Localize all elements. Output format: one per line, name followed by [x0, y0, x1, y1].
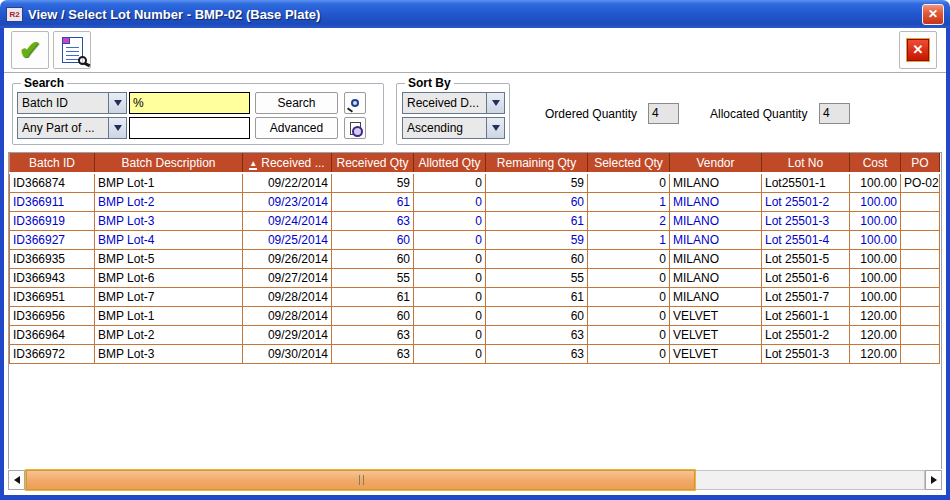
cell-batch-id[interactable]: ID366919 — [10, 211, 95, 230]
cell-allotted-qty[interactable]: 0 — [414, 192, 486, 211]
column-header-selected-qty[interactable]: Selected Qty — [588, 153, 670, 173]
table-row[interactable]: ID366935BMP Lot-509/26/2014600600MILANOL… — [10, 249, 940, 268]
column-header-po[interactable]: PO — [901, 153, 940, 173]
cell-remaining-qty[interactable]: 63 — [486, 325, 588, 344]
preview-button[interactable] — [53, 31, 91, 69]
cell-cost[interactable]: 120.00 — [850, 325, 901, 344]
cell-received[interactable]: 09/26/2014 — [243, 249, 332, 268]
cell-vendor[interactable]: MILANO — [670, 211, 762, 230]
cell-batch-description[interactable]: BMP Lot-3 — [95, 344, 243, 363]
cell-cost[interactable]: 120.00 — [850, 344, 901, 363]
cell-lot-no[interactable]: Lot 25501-3 — [762, 211, 850, 230]
table-row[interactable]: ID366956BMP Lot-109/28/2014600600VELVETL… — [10, 306, 940, 325]
cell-batch-id[interactable]: ID366951 — [10, 287, 95, 306]
cell-selected-qty[interactable]: 0 — [588, 306, 670, 325]
cell-cost[interactable]: 100.00 — [850, 230, 901, 249]
cell-received[interactable]: 09/30/2014 — [243, 344, 332, 363]
cell-po[interactable] — [901, 287, 940, 306]
horizontal-scrollbar[interactable] — [8, 470, 942, 490]
cell-selected-qty[interactable]: 0 — [588, 287, 670, 306]
cell-vendor[interactable]: MILANO — [670, 249, 762, 268]
cell-batch-id[interactable]: ID366911 — [10, 192, 95, 211]
table-row[interactable]: ID366972BMP Lot-309/30/2014630630VELVETL… — [10, 344, 940, 363]
cell-allotted-qty[interactable]: 0 — [414, 268, 486, 287]
cell-received-qty[interactable]: 60 — [332, 249, 414, 268]
cell-vendor[interactable]: MILANO — [670, 192, 762, 211]
cell-vendor[interactable]: MILANO — [670, 287, 762, 306]
cell-received[interactable]: 09/22/2014 — [243, 173, 332, 192]
cell-received-qty[interactable]: 63 — [332, 211, 414, 230]
cell-received[interactable]: 09/28/2014 — [243, 287, 332, 306]
cell-cost[interactable]: 100.00 — [850, 211, 901, 230]
cell-po[interactable] — [901, 230, 940, 249]
quick-search-icon-button[interactable] — [344, 92, 366, 114]
cell-selected-qty[interactable]: 1 — [588, 192, 670, 211]
part-search-input[interactable] — [129, 117, 250, 139]
cell-batch-description[interactable]: BMP Lot-2 — [95, 192, 243, 211]
column-header-batch-description[interactable]: Batch Description — [95, 153, 243, 173]
cell-cost[interactable]: 100.00 — [850, 192, 901, 211]
cell-remaining-qty[interactable]: 60 — [486, 249, 588, 268]
sort-direction-dropdown[interactable]: Ascending — [402, 117, 505, 139]
cell-vendor[interactable]: MILANO — [670, 173, 762, 192]
cell-po[interactable] — [901, 306, 940, 325]
cell-received-qty[interactable]: 63 — [332, 344, 414, 363]
cell-remaining-qty[interactable]: 55 — [486, 268, 588, 287]
cell-vendor[interactable]: VELVET — [670, 306, 762, 325]
part-match-dropdown[interactable]: Any Part of ... — [17, 117, 127, 139]
cell-selected-qty[interactable]: 0 — [588, 344, 670, 363]
column-header-received[interactable]: ▲Received ... — [243, 153, 332, 173]
cell-remaining-qty[interactable]: 59 — [486, 173, 588, 192]
cell-vendor[interactable]: MILANO — [670, 268, 762, 287]
scroll-right-arrow[interactable] — [925, 470, 942, 490]
scrollbar-track[interactable] — [25, 470, 925, 490]
search-input[interactable] — [129, 92, 250, 114]
cell-po[interactable] — [901, 344, 940, 363]
cell-received-qty[interactable]: 61 — [332, 287, 414, 306]
scrollbar-thumb[interactable] — [26, 470, 695, 490]
cell-selected-qty[interactable]: 0 — [588, 173, 670, 192]
cell-allotted-qty[interactable]: 0 — [414, 249, 486, 268]
cell-batch-description[interactable]: BMP Lot-2 — [95, 325, 243, 344]
cell-remaining-qty[interactable]: 60 — [486, 192, 588, 211]
cell-cost[interactable]: 100.00 — [850, 173, 901, 192]
cell-batch-id[interactable]: ID366943 — [10, 268, 95, 287]
titlebar-close-button[interactable]: ✕ — [922, 4, 944, 25]
table-row[interactable]: ID366951BMP Lot-709/28/2014610610MILANOL… — [10, 287, 940, 306]
table-row[interactable]: ID366911BMP Lot-209/23/2014610601MILANOL… — [10, 192, 940, 211]
cell-po[interactable] — [901, 249, 940, 268]
cell-received[interactable]: 09/24/2014 — [243, 211, 332, 230]
cell-lot-no[interactable]: Lot 25501-7 — [762, 287, 850, 306]
cell-remaining-qty[interactable]: 59 — [486, 230, 588, 249]
cell-selected-qty[interactable]: 0 — [588, 268, 670, 287]
search-button[interactable]: Search — [255, 92, 338, 114]
cell-received-qty[interactable]: 63 — [332, 325, 414, 344]
cell-batch-description[interactable]: BMP Lot-6 — [95, 268, 243, 287]
cell-allotted-qty[interactable]: 0 — [414, 173, 486, 192]
table-row[interactable]: ID366919BMP Lot-309/24/2014630612MILANOL… — [10, 211, 940, 230]
cell-lot-no[interactable]: Lot 25501-3 — [762, 344, 850, 363]
column-header-received-qty[interactable]: Received Qty — [332, 153, 414, 173]
chevron-down-icon[interactable] — [108, 93, 126, 113]
cell-batch-id[interactable]: ID366935 — [10, 249, 95, 268]
cell-po[interactable] — [901, 268, 940, 287]
cell-batch-description[interactable]: BMP Lot-1 — [95, 306, 243, 325]
cell-batch-id[interactable]: ID366972 — [10, 344, 95, 363]
cell-allotted-qty[interactable]: 0 — [414, 230, 486, 249]
column-header-remaining-qty[interactable]: Remaining Qty — [486, 153, 588, 173]
search-field-dropdown[interactable]: Batch ID — [17, 92, 127, 114]
titlebar[interactable]: R2 View / Select Lot Number - BMP-02 (Ba… — [0, 0, 950, 28]
cell-remaining-qty[interactable]: 60 — [486, 306, 588, 325]
cell-batch-id[interactable]: ID366927 — [10, 230, 95, 249]
cell-vendor[interactable]: VELVET — [670, 325, 762, 344]
cell-selected-qty[interactable]: 0 — [588, 249, 670, 268]
cell-received[interactable]: 09/23/2014 — [243, 192, 332, 211]
cell-lot-no[interactable]: Lot 25501-6 — [762, 268, 850, 287]
cell-allotted-qty[interactable]: 0 — [414, 211, 486, 230]
column-header-cost[interactable]: Cost — [850, 153, 901, 173]
scroll-left-arrow[interactable] — [8, 470, 25, 490]
cell-batch-description[interactable]: BMP Lot-4 — [95, 230, 243, 249]
cell-received[interactable]: 09/29/2014 — [243, 325, 332, 344]
cell-po[interactable] — [901, 325, 940, 344]
cell-remaining-qty[interactable]: 63 — [486, 344, 588, 363]
